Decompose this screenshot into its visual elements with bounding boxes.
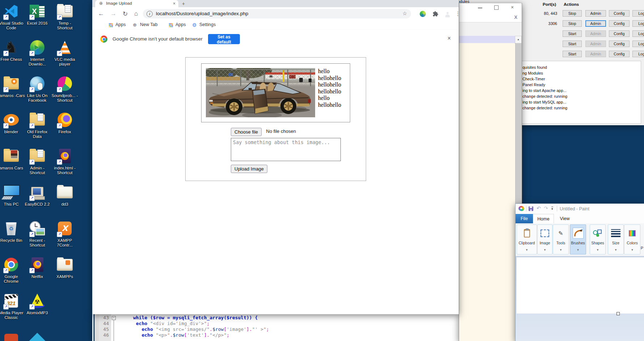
- bookmark-apps-2[interactable]: Apps: [175, 22, 186, 27]
- mysql-admin-button[interactable]: Admin: [585, 20, 606, 27]
- dropdown-caret-icon[interactable]: [590, 246, 605, 252]
- back-icon[interactable]: ←: [98, 10, 104, 17]
- notification-close-icon[interactable]: ×: [448, 35, 451, 42]
- desktop-icon-google-chrome[interactable]: Google Chrome: [0, 256, 25, 284]
- paint-group-colors[interactable]: Colors: [624, 224, 640, 254]
- upload-image-button[interactable]: Upload Image: [231, 165, 267, 173]
- dropdown-caret-icon[interactable]: [624, 246, 640, 252]
- code-fold-margin[interactable]: −: [111, 314, 116, 341]
- new-tab-button[interactable]: +: [182, 1, 185, 7]
- desktop-icon-vscode[interactable]: Visual Studio Code: [0, 3, 25, 30]
- desktop-icon-excel[interactable]: Excel 2016: [23, 3, 51, 26]
- bookmark-star-icon[interactable]: ☆: [402, 10, 407, 16]
- reload-icon[interactable]: ↻: [123, 10, 128, 18]
- desktop-icon-dd3[interactable]: dd3: [51, 184, 79, 207]
- desktop-icon-amaros-cars[interactable]: amaros Cars: [0, 148, 25, 170]
- desktop-icon-atomixmp3[interactable]: AtomixMP3: [23, 292, 51, 315]
- desktop-icon-free-chess[interactable]: Free Chess: [0, 39, 25, 62]
- desktop-icon-xampp-control[interactable]: XAMPP 7Contr...: [51, 220, 79, 248]
- apps-grid-icon[interactable]: [109, 23, 110, 24]
- close-icon[interactable]: ×: [511, 4, 514, 10]
- desktop-icon-vlc[interactable]: VLC media player: [51, 39, 79, 67]
- desktop-icon-temp[interactable]: Temp - Shortcut: [51, 3, 79, 30]
- service3-log-button[interactable]: Log: [632, 30, 644, 37]
- paint-canvas[interactable]: [517, 257, 644, 313]
- quick-access-caret-icon[interactable]: ▾: [551, 207, 553, 211]
- code-line-43[interactable]: while ($row = mysqli_fetch_array($result…: [116, 315, 258, 321]
- service5-start-button[interactable]: Start: [563, 51, 582, 57]
- bookmark-settings[interactable]: Settings: [199, 22, 216, 27]
- mysql-log-button[interactable]: Log: [632, 20, 644, 27]
- service3-config-button[interactable]: Config: [609, 30, 630, 37]
- code-line-46[interactable]: echo "<p>".$row['text']."</p>";: [116, 332, 229, 338]
- paint-group-clipboard[interactable]: Clipboard: [517, 224, 537, 254]
- scroll-up-arrow-icon[interactable]: ▲: [515, 36, 522, 44]
- desktop-icon-recycle-bin[interactable]: Recycle Bin: [0, 220, 25, 243]
- page-info-icon[interactable]: i: [147, 11, 153, 17]
- tab-image-upload[interactable]: ⊕ Image Upload ×: [95, 0, 178, 7]
- paint-group-tools[interactable]: ✎ Tools: [553, 224, 569, 254]
- comment-textarea[interactable]: [231, 138, 341, 161]
- address-bar[interactable]: i localhost/Dustore/upload_image/index.p…: [143, 9, 411, 18]
- desktop-icon-easybcd[interactable]: EasyBCD 2.2: [23, 184, 51, 207]
- desktop-icon-soundprob[interactable]: Soundprob... - Shortcut: [51, 75, 79, 103]
- dropdown-caret-icon[interactable]: [538, 246, 552, 252]
- apache-log-button[interactable]: Log: [632, 10, 644, 17]
- desktop-icon-recent[interactable]: Recent - Shortcut: [23, 220, 51, 248]
- save-icon[interactable]: [529, 206, 533, 211]
- service5-config-button[interactable]: Config: [609, 51, 630, 57]
- fold-collapse-icon[interactable]: −: [112, 316, 116, 320]
- tab-view[interactable]: View: [554, 214, 576, 223]
- desktop-icon-old-firefox-data[interactable]: Old Firefox Data: [23, 111, 51, 139]
- desktop-icon-like-us-facebook[interactable]: Like Us On Facebook: [23, 75, 51, 103]
- paint-group-shapes[interactable]: Shapes: [590, 224, 606, 254]
- service5-log-button[interactable]: Log: [632, 51, 644, 57]
- url-text[interactable]: localhost/Dustore/upload_image/index.php: [156, 11, 248, 16]
- minimize-icon[interactable]: [478, 8, 482, 8]
- inner-close-button[interactable]: X: [514, 14, 517, 20]
- tab-home[interactable]: Home: [533, 214, 554, 223]
- paint-titlebar[interactable]: ↶ ↷ ▾ Untitled - Paint: [516, 204, 644, 214]
- paint-group-brushes[interactable]: Brushes: [570, 224, 586, 254]
- desktop-icon-admin-shortcut[interactable]: Admin - Shortcut: [23, 148, 51, 175]
- service4-log-button[interactable]: Log: [632, 41, 644, 47]
- mysql-stop-button[interactable]: Stop: [563, 20, 582, 27]
- desktop-icon-blender[interactable]: blender: [0, 111, 25, 134]
- desktop-icon-xampps[interactable]: XAMPPs: [51, 256, 79, 279]
- dropdown-caret-icon[interactable]: [608, 246, 623, 252]
- tab-close-icon[interactable]: ×: [173, 1, 175, 6]
- desktop-icon-firefox[interactable]: Firefox: [51, 111, 79, 134]
- undo-icon[interactable]: ↶: [537, 205, 541, 211]
- mysql-config-button[interactable]: Config: [609, 20, 630, 27]
- dropdown-caret-icon[interactable]: [517, 246, 537, 252]
- service4-config-button[interactable]: Config: [609, 41, 630, 47]
- maximize-icon[interactable]: [494, 5, 499, 10]
- service3-start-button[interactable]: Start: [563, 30, 582, 37]
- canvas-resize-handle[interactable]: [617, 312, 620, 315]
- redo-icon[interactable]: ↷: [544, 205, 548, 211]
- bookmark-apps[interactable]: Apps: [115, 22, 126, 27]
- bookmark-new-tab[interactable]: New Tab: [140, 22, 157, 27]
- dropdown-caret-icon[interactable]: [570, 246, 586, 252]
- service4-start-button[interactable]: Start: [563, 41, 582, 47]
- paint-group-size[interactable]: Size: [608, 224, 624, 254]
- code-line-44[interactable]: echo "<div id='img_div'>";: [116, 321, 209, 327]
- apps-grid-icon[interactable]: [169, 23, 170, 24]
- menu-dots-icon[interactable]: ⋮: [455, 10, 461, 17]
- desktop-icon-partial-orange[interactable]: [0, 334, 25, 341]
- apache-config-button[interactable]: Config: [609, 10, 630, 17]
- tab-file[interactable]: File: [516, 214, 533, 223]
- forward-icon[interactable]: →: [110, 10, 116, 17]
- desktop-icon-mpc[interactable]: Media Player Classic: [0, 292, 25, 320]
- desktop-icon-netflix[interactable]: Netflix: [23, 256, 51, 279]
- extensions-puzzle-icon[interactable]: [433, 11, 439, 17]
- desktop-icon-partial-blue[interactable]: [23, 334, 51, 341]
- idm-extension-icon[interactable]: [420, 11, 426, 17]
- desktop-icon-idm[interactable]: Internet Downlo...: [23, 39, 51, 67]
- apache-admin-button[interactable]: Admin: [585, 10, 606, 17]
- desktop-icon-index-html[interactable]: index.html - Shortcut: [51, 148, 79, 175]
- paint-group-image[interactable]: Image: [537, 224, 552, 254]
- apache-stop-button[interactable]: Stop: [563, 10, 582, 17]
- desktop-icon-this-pc[interactable]: This PC: [0, 184, 25, 207]
- code-line-45[interactable]: echo "<img src='images/".$row['image']."…: [116, 327, 269, 332]
